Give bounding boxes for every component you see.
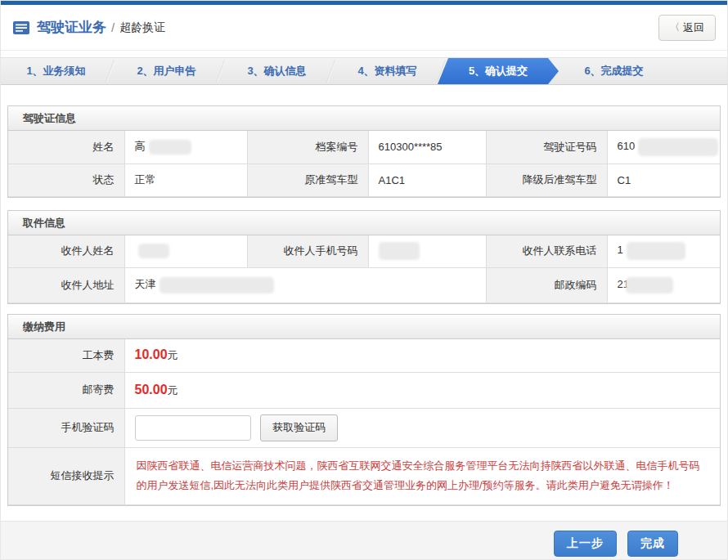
step-tab-6[interactable]: 6、完成提交	[559, 58, 669, 84]
license-info-table: 姓名 高 档案编号 610300****85 驾驶证号码 610 状态 正常 原…	[8, 131, 720, 197]
breadcrumb-separator: /	[111, 20, 115, 34]
chevron-left-icon: 〈	[670, 20, 680, 34]
field-value-status: 正常	[124, 164, 247, 196]
main-content: 驾驶证信息 姓名 高 档案编号 610300****85 驾驶证号码 610 状…	[1, 105, 727, 506]
finish-button[interactable]: 完成	[627, 531, 678, 557]
fees-panel: 缴纳费用 工本费 10.00元 邮寄费 50.00元 手机验证码 获取验证码	[7, 314, 721, 506]
redaction	[379, 242, 420, 260]
field-label-recipient-mobile: 收件人手机号码	[247, 235, 368, 268]
field-value-file-no: 610300****85	[368, 131, 486, 164]
field-value-recipient-phone: 1	[607, 235, 720, 268]
step-bar-filler	[669, 58, 727, 84]
field-label-postal-code: 邮政编码	[486, 268, 607, 303]
page-header: 驾驶证业务 / 超龄换证 〈 返回	[1, 5, 727, 51]
field-label-downgraded-class: 降级后准驾车型	[486, 164, 607, 196]
license-form-icon	[12, 20, 30, 35]
license-info-panel: 驾驶证信息 姓名 高 档案编号 610300****85 驾驶证号码 610 状…	[7, 105, 721, 198]
sms-code-cell: 获取验证码	[124, 408, 720, 447]
card-fee-unit: 元	[168, 349, 178, 361]
step-tab-4[interactable]: 4、资料填写	[332, 58, 443, 84]
section-title-fees: 缴纳费用	[8, 315, 720, 339]
field-label-status: 状态	[8, 164, 124, 196]
sms-code-input[interactable]	[135, 415, 251, 441]
field-label-sms-code: 手机验证码	[8, 408, 124, 447]
field-value-recipient-address: 天津	[124, 268, 486, 303]
step-progress-bar: 1、业务须知 2、用户申告 3、确认信息 4、资料填写 5、确认提交 6、完成提…	[1, 57, 727, 85]
pickup-info-table: 收件人姓名 收件人手机号码 收件人联系电话 1 收件人地址 天津 邮政编码 21	[8, 235, 720, 304]
breadcrumb-current: 超龄换证	[119, 20, 165, 35]
field-value-card-fee: 10.00元	[124, 339, 720, 372]
step-tab-5-active[interactable]: 5、确认提交	[438, 58, 559, 84]
field-value-name: 高	[124, 131, 247, 164]
field-value-postage-fee: 50.00元	[124, 372, 720, 408]
redaction	[149, 140, 191, 155]
redaction	[627, 242, 685, 260]
section-title-pickup: 取件信息	[8, 211, 720, 235]
table-row: 收件人姓名 收件人手机号码 收件人联系电话 1	[8, 235, 720, 268]
page: 驾驶证业务 / 超龄换证 〈 返回 1、业务须知 2、用户申告 3、确认信息 4…	[0, 0, 728, 560]
redaction	[638, 138, 718, 156]
field-label-file-no: 档案编号	[247, 131, 368, 164]
get-sms-code-button[interactable]: 获取验证码	[260, 414, 338, 441]
card-fee-amount: 10.00	[135, 347, 168, 361]
step-tab-2[interactable]: 2、用户申告	[111, 58, 222, 84]
page-title: 驾驶证业务	[37, 18, 106, 37]
fees-table: 工本费 10.00元 邮寄费 50.00元 手机验证码 获取验证码 短信接收提示	[8, 339, 720, 505]
pickup-info-panel: 取件信息 收件人姓名 收件人手机号码 收件人联系电话 1 收件人地址 天津 邮政…	[7, 210, 721, 305]
field-label-original-class: 原准驾车型	[247, 164, 368, 196]
field-value-downgraded-class: C1	[607, 164, 720, 196]
postage-fee-amount: 50.00	[135, 383, 168, 396]
section-title-license: 驾驶证信息	[8, 106, 720, 131]
table-row: 收件人地址 天津 邮政编码 21	[8, 268, 720, 303]
field-label-license-no: 驾驶证号码	[486, 131, 607, 164]
footer-action-bar: 上一步 完成	[1, 521, 727, 560]
redaction	[160, 277, 274, 293]
postage-fee-unit: 元	[168, 384, 178, 396]
table-row: 姓名 高 档案编号 610300****85 驾驶证号码 610	[8, 131, 720, 164]
field-label-recipient-name: 收件人姓名	[8, 235, 124, 268]
previous-step-button[interactable]: 上一步	[554, 531, 617, 557]
table-row: 邮寄费 50.00元	[8, 372, 720, 408]
field-label-recipient-phone: 收件人联系电话	[486, 235, 607, 268]
field-label-card-fee: 工本费	[8, 339, 124, 372]
field-value-recipient-name	[124, 235, 247, 268]
table-row: 手机验证码 获取验证码	[8, 408, 720, 447]
table-row: 状态 正常 原准驾车型 A1C1 降级后准驾车型 C1	[8, 164, 720, 196]
step-tab-1[interactable]: 1、业务须知	[1, 58, 111, 84]
field-value-license-no: 610	[607, 131, 720, 164]
field-label-recipient-address: 收件人地址	[8, 268, 124, 303]
redaction	[138, 244, 169, 258]
table-row: 工本费 10.00元	[8, 339, 720, 372]
table-row: 短信接收提示 因陕西省联通、电信运营商技术问题，陕西省互联网交通安全综合服务管理…	[8, 447, 720, 504]
back-button-label: 返回	[683, 20, 704, 35]
field-label-sms-note: 短信接收提示	[8, 447, 124, 504]
step-tab-3[interactable]: 3、确认信息	[222, 58, 332, 84]
field-value-recipient-mobile	[368, 235, 486, 268]
field-value-original-class: A1C1	[368, 164, 486, 196]
sms-note-text: 因陕西省联通、电信运营商技术问题，陕西省互联网交通安全综合服务管理平台无法向持陕…	[124, 447, 720, 504]
field-value-postal-code: 21	[607, 268, 720, 303]
field-label-postage-fee: 邮寄费	[8, 372, 124, 408]
back-button[interactable]: 〈 返回	[658, 15, 716, 41]
field-label-name: 姓名	[8, 131, 124, 164]
redaction	[626, 277, 673, 293]
